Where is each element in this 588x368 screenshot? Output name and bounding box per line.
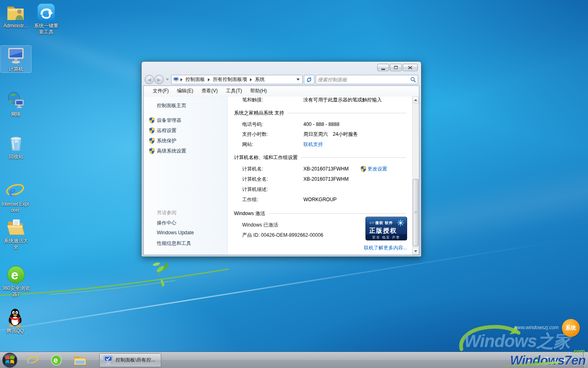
sidebar-item-performance-tools[interactable]: 性能信息和工具	[157, 240, 191, 247]
menu-bar: 文件(F) 编辑(E) 查看(V) 工具(T) 帮助(H)	[144, 86, 419, 96]
start-button[interactable]	[2, 352, 18, 368]
scroll-up-icon	[414, 99, 417, 101]
recent-pages-dropdown-icon[interactable]	[166, 79, 169, 81]
tray-security-check-icon[interactable]	[534, 357, 540, 363]
navigation-bar: ◀ ▶ 控制面板 所有控制面板项 系统	[143, 74, 419, 85]
svg-text:e: e	[53, 356, 58, 364]
tray-volume-icon[interactable]	[562, 357, 568, 362]
computer-icon	[6, 46, 26, 65]
maximize-icon	[394, 66, 398, 69]
watermark-brand-text: Windows之家	[464, 330, 570, 352]
pen-touch-label: 笔和触摸:	[242, 96, 303, 103]
tray-show-hidden-icons[interactable]	[526, 359, 530, 361]
desktop-icon-administrator[interactable]: Administr...	[0, 2, 31, 29]
system-address-icon	[173, 77, 179, 82]
breadcrumb-separator-icon	[208, 78, 210, 81]
desktop-icon-activation-folder[interactable]: 系统激活大全	[1, 218, 31, 250]
recycle-bin-icon	[6, 133, 26, 153]
menu-tools[interactable]: 工具(T)	[222, 86, 246, 96]
genuine-badge-small-text: 使用	[369, 221, 374, 225]
desktop-icon-computer[interactable]: 计算机	[1, 46, 31, 72]
desktop-icon-360-browser[interactable]: e 360安全浏览器7	[1, 265, 31, 298]
taskbar-explorer-icon[interactable]	[73, 353, 87, 367]
browser-360-icon: e	[51, 355, 62, 366]
desktop-icon-reinstall-tool[interactable]: 系统一键重装工具	[31, 2, 61, 35]
sidebar-item-advanced-system-settings[interactable]: 高级系统设置	[157, 148, 186, 155]
taskbar-internet-explorer-icon[interactable]: e	[26, 353, 40, 367]
maximize-button[interactable]	[390, 64, 402, 71]
network-icon	[6, 91, 26, 110]
scrollbar-down-button[interactable]	[412, 248, 419, 255]
window-body: 控制面板主页 设备管理器 远程设置 系统	[144, 96, 419, 255]
computer-name-row: 计算机名: XB-20160713FWHM 更改设置	[228, 165, 406, 173]
product-id: 产品 ID: 00426-OEM-8992662-00006	[242, 232, 323, 239]
tray-action-center-flag-icon[interactable]	[543, 357, 549, 363]
back-arrow-icon: ◀	[147, 77, 151, 82]
minimize-button[interactable]	[377, 64, 389, 71]
back-button[interactable]: ◀	[145, 75, 154, 84]
taskbar: e e 控制面板\所有控...	[0, 352, 588, 368]
control-panel-task-icon	[103, 355, 114, 366]
window-controls	[377, 64, 418, 71]
sidebar-item-remote-settings[interactable]: 远程设置	[157, 127, 176, 134]
close-icon	[408, 66, 412, 70]
genuine-microsoft-badge[interactable]: 使用 微软 软件 正版授权 安全 稳定 声誉	[365, 217, 407, 240]
close-button[interactable]	[403, 64, 418, 71]
computer-description-row: 计算机描述:	[228, 185, 406, 193]
breadcrumb-dropdown-icon[interactable]	[296, 79, 300, 81]
svg-text:e: e	[11, 267, 18, 282]
genuine-star-icon	[397, 219, 404, 227]
taskbar-active-task-control-panel[interactable]: 控制面板\所有控...	[99, 353, 161, 367]
show-desktop-button[interactable]	[583, 352, 588, 368]
workgroup-label: 工作组:	[242, 196, 303, 203]
sidebar-item-action-center[interactable]: 操作中心	[157, 220, 176, 227]
change-settings-link[interactable]: 更改设置	[368, 166, 387, 173]
window-titlebar[interactable]	[143, 62, 419, 74]
breadcrumb-item-all-items[interactable]: 所有控制面板项	[210, 76, 249, 83]
watermark-badge: 系统	[562, 319, 580, 337]
sidebar-item-windows-update[interactable]: Windows Update	[157, 230, 194, 236]
learn-more-online-link[interactable]: 联机了解更多内容...	[364, 245, 407, 251]
breadcrumb-item-system[interactable]: 系统	[252, 76, 267, 83]
scrollbar-thumb[interactable]	[413, 179, 419, 246]
search-input[interactable]	[318, 77, 410, 83]
sidebar-item-device-manager[interactable]: 设备管理器	[157, 117, 181, 124]
computer-fullname-value: XB-20160713FWHM	[303, 176, 349, 182]
breadcrumb-item-control-panel[interactable]: 控制面板	[183, 76, 207, 83]
taskbar-360-browser-icon[interactable]: e	[49, 353, 63, 367]
menu-edit[interactable]: 编辑(E)	[173, 86, 197, 96]
menu-help[interactable]: 帮助(H)	[246, 86, 271, 96]
support-section-title: 系统之家精品系统 支持	[234, 109, 406, 117]
menu-file[interactable]: 文件(F)	[149, 86, 173, 96]
phone-value: 400 - 888 - 8888	[303, 121, 339, 127]
sidebar-item-control-panel-home[interactable]: 控制面板主页	[157, 102, 186, 109]
desktop-icon-label: Administr...	[1, 23, 30, 29]
scrollbar-up-button[interactable]	[412, 96, 419, 103]
forward-button[interactable]: ▶	[154, 75, 164, 84]
desktop-icon-network[interactable]: 网络	[1, 91, 31, 117]
activation-status: Windows 已激活	[242, 222, 278, 229]
refresh-button[interactable]	[304, 75, 314, 84]
desktop-icon-label: 回收站	[2, 154, 30, 160]
desktop-icon-internet-explorer[interactable]: e Internet Explorer	[0, 181, 30, 213]
sidebar-item-system-protection[interactable]: 系统保护	[157, 137, 176, 144]
system-info-panel: 笔和触摸: 没有可用于此显示器的笔或触控输入 系统之家精品系统 支持 电话号码:…	[228, 96, 412, 255]
desktop-icon-recycle-bin[interactable]: 回收站	[1, 133, 31, 160]
desktop-icon-label: 系统激活大全	[2, 238, 30, 250]
desktop-icon-tencent-qq[interactable]: 腾讯QQ	[0, 307, 30, 334]
desktop-icon-label: 网络	[2, 111, 30, 117]
computer-name-label: 计算机名:	[242, 166, 303, 173]
menu-view[interactable]: 查看(V)	[197, 86, 222, 96]
browser-360-icon: e	[6, 265, 26, 285]
address-breadcrumb-bar[interactable]: 控制面板 所有控制面板项 系统	[171, 75, 303, 84]
tray-network-icon[interactable]	[552, 357, 558, 362]
phone-label: 电话号码:	[242, 121, 303, 128]
vertical-scrollbar[interactable]	[412, 96, 419, 255]
uac-shield-icon	[149, 117, 155, 123]
computer-description-label: 计算机描述:	[242, 186, 303, 193]
search-icon[interactable]	[410, 77, 416, 83]
online-support-link[interactable]: 联机支持	[303, 141, 323, 148]
support-hours-label: 支持小时数:	[242, 131, 303, 138]
uac-shield-icon	[149, 127, 155, 134]
support-hours-row: 支持小时数: 周日至周六 24小时服务	[228, 130, 406, 138]
